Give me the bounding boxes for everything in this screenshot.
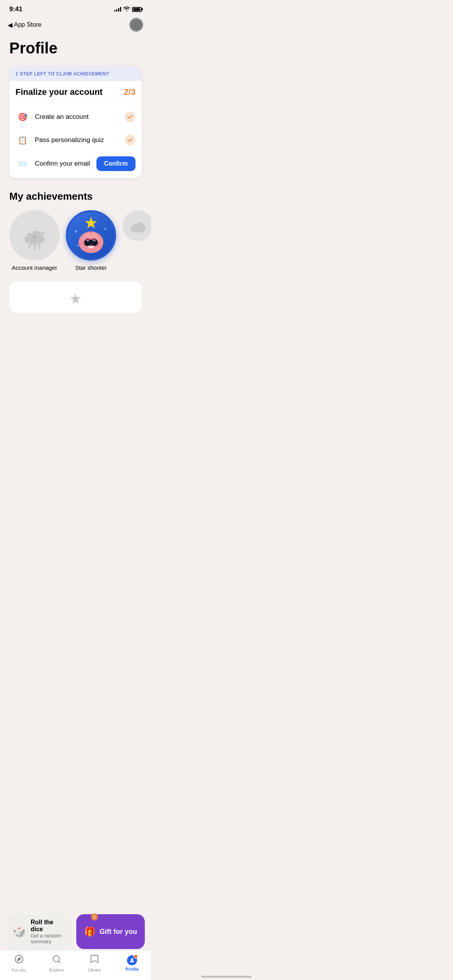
confirm-button[interactable]: Confirm — [96, 156, 136, 171]
back-chevron-icon: ◀ — [8, 21, 12, 29]
achievement-card: 1 STEP LEFT TO CLAIM ACHIEVEMENT Finaliz… — [9, 66, 142, 178]
step-icon-create-account: 🎯 — [15, 110, 29, 124]
avatar — [130, 19, 142, 31]
achievement-card-title: Finalize your account — [15, 87, 103, 97]
cloud-icon: ? ✦ ✦ — [19, 220, 50, 251]
status-time: 9:41 — [9, 5, 22, 13]
svg-marker-32 — [70, 293, 81, 304]
bottom-partial-card — [9, 282, 142, 313]
svg-text:✦: ✦ — [76, 243, 79, 248]
achievement-header: Finalize your account 2/3 — [9, 81, 142, 103]
checkmark-icon-2 — [127, 137, 133, 143]
wifi-icon — [124, 7, 130, 12]
partial-card-icon — [68, 291, 83, 307]
avatar-button[interactable] — [129, 18, 143, 32]
svg-text:✦: ✦ — [27, 232, 30, 236]
achievement-circle-unlocked: ✦ ✦ ✦ — [66, 210, 116, 260]
status-bar: 9:41 — [0, 0, 151, 15]
achievements-section-title: My achievements — [9, 190, 142, 202]
achievement-item-account-manager: ? ✦ ✦ Account manager — [9, 210, 60, 271]
achievement-circle-partial — [122, 210, 151, 241]
step-label-pass-quiz: Pass personalizing quiz — [35, 136, 119, 144]
svg-line-7 — [38, 244, 40, 248]
step-confirm-email: 📨 Confirm your email Confirm — [9, 152, 142, 176]
step-check-create-account — [125, 111, 136, 122]
star-shooter-illustration: ✦ ✦ ✦ — [68, 212, 114, 259]
achievement-item-star-shooter: ✦ ✦ ✦ Star shooter — [66, 210, 116, 271]
svg-marker-24 — [85, 217, 97, 228]
page-content: Profile 1 STEP LEFT TO CLAIM ACHIEVEMENT… — [0, 33, 151, 313]
step-check-pass-quiz — [125, 135, 136, 146]
steps-list: 🎯 Create an account 📋 Pass personalizing… — [9, 103, 142, 178]
svg-text:?: ? — [32, 234, 37, 243]
svg-text:✦: ✦ — [74, 228, 78, 235]
back-label: App Store — [14, 21, 41, 28]
svg-point-3 — [37, 235, 45, 243]
achievement-name-account-manager: Account manager — [12, 264, 57, 271]
svg-point-31 — [139, 225, 146, 231]
step-pass-quiz: 📋 Pass personalizing quiz — [9, 128, 142, 152]
star-shooter-content: ✦ ✦ ✦ — [68, 212, 114, 259]
svg-point-4 — [25, 236, 31, 242]
top-nav: ◀ App Store — [0, 15, 151, 33]
back-button[interactable]: ◀ App Store — [8, 21, 41, 29]
achievement-progress: 2/3 — [124, 87, 136, 97]
checkmark-icon — [127, 114, 133, 120]
step-create-account: 🎯 Create an account — [9, 105, 142, 128]
achievement-item-unknown — [122, 210, 151, 271]
step-label-create-account: Create an account — [35, 113, 119, 121]
status-icons — [114, 7, 142, 12]
step-icon-confirm-email: 📨 — [15, 157, 29, 171]
step-icon-pass-quiz: 📋 — [15, 133, 29, 147]
svg-text:✦: ✦ — [103, 226, 107, 232]
svg-text:✦: ✦ — [41, 230, 45, 236]
signal-icon — [114, 7, 121, 12]
svg-line-5 — [29, 244, 31, 248]
step-label-confirm-email: Confirm your email — [35, 160, 91, 168]
locked-content: ? ✦ ✦ — [9, 210, 60, 260]
achievement-name-star-shooter: Star shooter — [75, 264, 107, 271]
achievement-banner: 1 STEP LEFT TO CLAIM ACHIEVEMENT — [9, 66, 142, 81]
locked-content-3 — [122, 210, 151, 241]
page-title: Profile — [9, 39, 142, 57]
partial-cloud-icon — [126, 214, 149, 237]
achievements-scroll: ? ✦ ✦ Account manager — [0, 210, 151, 271]
achievement-banner-text: 1 STEP LEFT TO CLAIM ACHIEVEMENT — [15, 71, 109, 77]
achievement-circle-locked: ? ✦ ✦ — [9, 210, 60, 260]
battery-icon — [132, 7, 142, 12]
